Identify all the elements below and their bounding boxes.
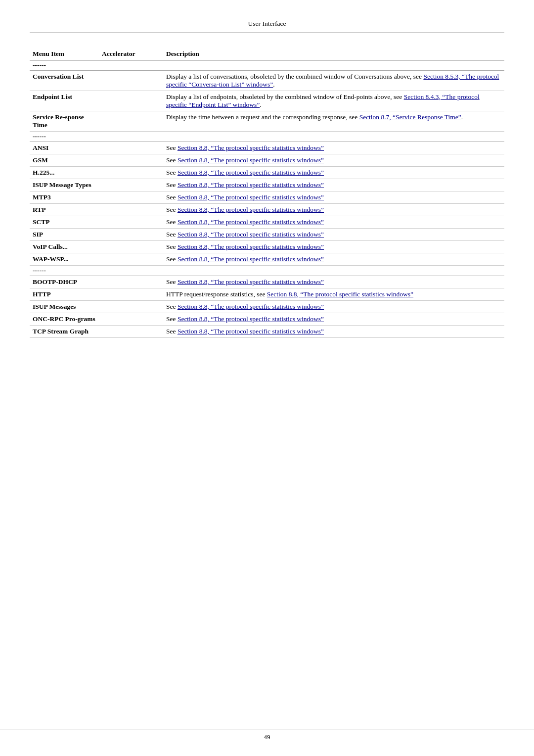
col-header-accelerator: Accelerator (99, 48, 163, 60)
accelerator-cell (99, 111, 163, 132)
accelerator-cell (99, 167, 163, 179)
accelerator-cell (99, 191, 163, 204)
col-header-description: Description (163, 48, 504, 60)
menu-item-cell: HTTP (30, 288, 99, 301)
page-footer: 49 (0, 729, 534, 741)
menu-item-cell: MTP3 (30, 191, 99, 204)
separator-cell: ------ (30, 266, 504, 276)
accelerator-cell (99, 301, 163, 313)
table-row: ------ (30, 266, 504, 276)
menu-item-cell: RTP (30, 204, 99, 216)
table-row: VoIP Calls...See Section 8.8, “The proto… (30, 241, 504, 253)
description-link[interactable]: Section 8.8, “The protocol specific stat… (178, 144, 324, 151)
description-cell: See Section 8.8, “The protocol specific … (163, 204, 504, 216)
description-link[interactable]: Section 8.8, “The protocol specific stat… (178, 255, 324, 263)
page-number: 49 (264, 733, 270, 741)
page-header: User Interface (30, 20, 504, 33)
description-link[interactable]: Section 8.8, “The protocol specific stat… (178, 156, 324, 164)
description-cell: See Section 8.8, “The protocol specific … (163, 191, 504, 204)
menu-item-cell: ONC-RPC Pro-grams (30, 313, 99, 326)
menu-item-cell: ISUP Messages (30, 301, 99, 313)
accelerator-cell (99, 154, 163, 167)
description-cell: See Section 8.8, “The protocol specific … (163, 167, 504, 179)
accelerator-cell (99, 326, 163, 338)
accelerator-cell (99, 179, 163, 191)
description-link[interactable]: Section 8.4.3, “The protocol specific “E… (166, 93, 480, 108)
table-row: WAP-WSP...See Section 8.8, “The protocol… (30, 253, 504, 266)
menu-item-cell: Conversation List (30, 71, 99, 91)
accelerator-cell (99, 71, 163, 91)
accelerator-cell (99, 229, 163, 241)
description-cell: HTTP request/response statistics, see Se… (163, 288, 504, 301)
separator-cell: ------ (30, 132, 504, 142)
table-row: Endpoint ListDisplay a list of endpoints… (30, 91, 504, 111)
description-link[interactable]: Section 8.7, “Service Response Time” (359, 113, 461, 121)
page-title: User Interface (248, 20, 286, 27)
accelerator-cell (99, 313, 163, 326)
description-cell: Display the time between a request and t… (163, 111, 504, 132)
menu-item-cell: H.225... (30, 167, 99, 179)
table-row: ANSISee Section 8.8, “The protocol speci… (30, 142, 504, 154)
table-row: Conversation ListDisplay a list of conve… (30, 71, 504, 91)
table-row: GSMSee Section 8.8, “The protocol specif… (30, 154, 504, 167)
description-link[interactable]: Section 8.8, “The protocol specific stat… (178, 328, 324, 335)
description-link[interactable]: Section 8.8, “The protocol specific stat… (178, 303, 324, 310)
menu-item-cell: SCTP (30, 216, 99, 229)
table-row: MTP3See Section 8.8, “The protocol speci… (30, 191, 504, 204)
menu-item-cell: SIP (30, 229, 99, 241)
table-row: Service Re-sponse TimeDisplay the time b… (30, 111, 504, 132)
description-cell: See Section 8.8, “The protocol specific … (163, 154, 504, 167)
accelerator-cell (99, 276, 163, 288)
menu-item-cell: WAP-WSP... (30, 253, 99, 266)
table-row: TCP Stream GraphSee Section 8.8, “The pr… (30, 326, 504, 338)
table-row: ISUP Message TypesSee Section 8.8, “The … (30, 179, 504, 191)
table-row: ISUP MessagesSee Section 8.8, “The proto… (30, 301, 504, 313)
description-link[interactable]: Section 8.8, “The protocol specific stat… (178, 181, 324, 189)
accelerator-cell (99, 253, 163, 266)
col-header-menu-item: Menu Item (30, 48, 99, 60)
description-link[interactable]: Section 8.8, “The protocol specific stat… (178, 218, 324, 226)
description-cell: See Section 8.8, “The protocol specific … (163, 179, 504, 191)
description-cell: See Section 8.8, “The protocol specific … (163, 276, 504, 288)
table-row: SCTPSee Section 8.8, “The protocol speci… (30, 216, 504, 229)
description-link[interactable]: Section 8.8, “The protocol specific stat… (178, 243, 324, 250)
menu-item-cell: Service Re-sponse Time (30, 111, 99, 132)
description-cell: See Section 8.8, “The protocol specific … (163, 241, 504, 253)
table-row: RTPSee Section 8.8, “The protocol specif… (30, 204, 504, 216)
description-link[interactable]: Section 8.8, “The protocol specific stat… (178, 169, 324, 176)
accelerator-cell (99, 204, 163, 216)
accelerator-cell (99, 91, 163, 111)
separator-cell: ------ (30, 60, 504, 71)
menu-item-cell: ISUP Message Types (30, 179, 99, 191)
menu-item-cell: Endpoint List (30, 91, 99, 111)
description-cell: Display a list of endpoints, obsoleted b… (163, 91, 504, 111)
description-cell: Display a list of conversations, obsolet… (163, 71, 504, 91)
description-link[interactable]: Section 8.8, “The protocol specific stat… (178, 278, 324, 285)
description-link[interactable]: Section 8.8, “The protocol specific stat… (178, 193, 324, 201)
menu-table: Menu Item Accelerator Description ------… (30, 48, 504, 338)
accelerator-cell (99, 216, 163, 229)
menu-item-cell: ANSI (30, 142, 99, 154)
description-link[interactable]: Section 8.8, “The protocol specific stat… (178, 206, 324, 213)
description-link[interactable]: Section 8.8, “The protocol specific stat… (178, 315, 324, 323)
description-cell: See Section 8.8, “The protocol specific … (163, 253, 504, 266)
page: User Interface Menu Item Accelerator Des… (0, 0, 534, 756)
accelerator-cell (99, 241, 163, 253)
table-row: BOOTP-DHCPSee Section 8.8, “The protocol… (30, 276, 504, 288)
table-row: SIPSee Section 8.8, “The protocol specif… (30, 229, 504, 241)
description-link[interactable]: Section 8.8, “The protocol specific stat… (267, 290, 413, 298)
description-link[interactable]: Section 8.5.3, “The protocol specific “C… (166, 73, 499, 88)
table-row: ------ (30, 132, 504, 142)
description-link[interactable]: Section 8.8, “The protocol specific stat… (178, 231, 324, 238)
description-cell: See Section 8.8, “The protocol specific … (163, 313, 504, 326)
accelerator-cell (99, 288, 163, 301)
menu-item-cell: GSM (30, 154, 99, 167)
menu-item-cell: BOOTP-DHCP (30, 276, 99, 288)
table-row: H.225...See Section 8.8, “The protocol s… (30, 167, 504, 179)
table-row: HTTPHTTP request/response statistics, se… (30, 288, 504, 301)
menu-item-cell: TCP Stream Graph (30, 326, 99, 338)
table-row: ONC-RPC Pro-gramsSee Section 8.8, “The p… (30, 313, 504, 326)
description-cell: See Section 8.8, “The protocol specific … (163, 216, 504, 229)
menu-item-cell: VoIP Calls... (30, 241, 99, 253)
table-row: ------ (30, 60, 504, 71)
